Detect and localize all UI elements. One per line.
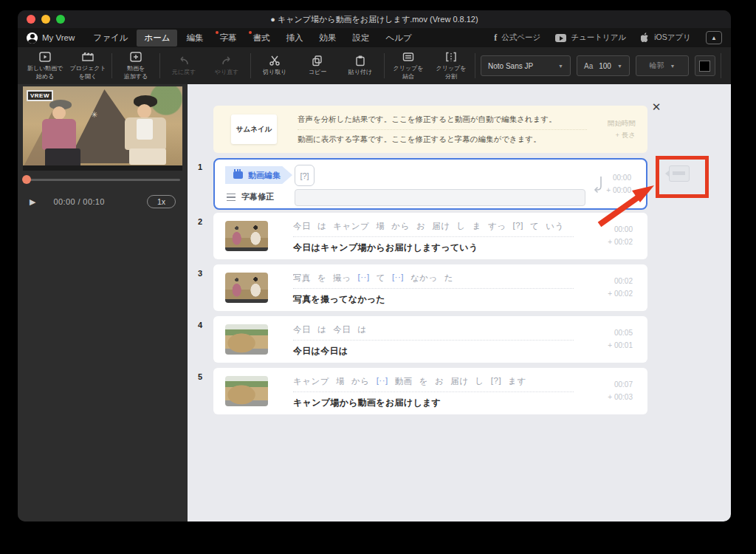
clip-thumbnail[interactable] <box>225 376 268 406</box>
word-token[interactable]: 場 <box>376 221 385 232</box>
menu-subtitle[interactable]: 字幕 <box>212 30 244 47</box>
ios-app-link[interactable]: iOSアプリ <box>641 33 691 43</box>
word-token[interactable]: し <box>475 376 484 387</box>
silence-token[interactable]: [··] <box>377 376 388 387</box>
clip-thumbnail[interactable] <box>225 324 268 355</box>
word-token[interactable]: は <box>357 324 366 335</box>
word-token[interactable]: 届け <box>432 221 450 232</box>
word-token[interactable]: て <box>530 221 539 232</box>
clip-thumbnail[interactable] <box>225 273 268 303</box>
word-token[interactable]: 今日 <box>333 324 351 335</box>
clip-number: 3 <box>198 269 202 278</box>
clip-times: 00:00 + 00:02 <box>608 223 633 248</box>
word-token[interactable]: ま <box>472 221 481 232</box>
word-token[interactable]: お <box>416 221 425 232</box>
word-token[interactable]: 動画 <box>395 376 413 387</box>
subtitle-text[interactable]: 今日は今日は <box>293 345 348 358</box>
font-family-select[interactable]: Noto Sans JP ▼ <box>481 55 571 76</box>
word-token[interactable]: 写真 <box>293 273 311 284</box>
seek-handle[interactable] <box>22 175 31 184</box>
menu-home[interactable]: ホーム <box>137 30 177 47</box>
redo-label: やり直す <box>215 69 239 77</box>
video-edit-tag[interactable]: 動画編集 <box>225 166 292 184</box>
play-button[interactable]: ▶ <box>30 197 35 207</box>
silence-token[interactable]: [··] <box>358 273 370 284</box>
video-preview[interactable]: ✳ VREW <box>23 86 182 171</box>
menu-help[interactable]: ヘルプ <box>378 30 419 47</box>
word-token[interactable]: た <box>444 273 453 284</box>
word-token[interactable]: キャンプ <box>293 376 329 387</box>
shorten-silence-button[interactable]: 無音区間を 短縮 <box>724 51 731 81</box>
silence-token[interactable]: [··] <box>392 273 404 284</box>
clip-row[interactable]: 今日は今日は 今日は今日は 00:05 + 00:01 <box>213 316 647 363</box>
clip-row[interactable]: 写真を撮っ[··]て[··]なかった 写真を撮ってなかった 00:02 + 00… <box>213 264 647 311</box>
word-token[interactable]: し <box>456 221 465 232</box>
word-token[interactable]: なかっ <box>410 273 438 284</box>
open-project-button[interactable]: プロジェクト を開く <box>66 51 109 81</box>
subtitle-fix-tag[interactable]: 字幕修正 <box>227 191 274 202</box>
minimize-window-button[interactable] <box>41 15 50 24</box>
word-token[interactable]: を <box>419 376 428 387</box>
color-picker-button[interactable] <box>695 55 715 76</box>
merge-clips-button[interactable]: クリップを 結合 <box>387 51 430 81</box>
cut-button[interactable]: 切り取り <box>253 55 296 77</box>
menu-file[interactable]: ファイル <box>86 30 135 47</box>
outline-select[interactable]: 輪郭 ▼ <box>636 55 689 76</box>
menu-format[interactable]: 書式 <box>245 30 277 47</box>
clip-row[interactable]: キャンプ場から[··]動画をお届けし[?]ます キャンプ場から動画をお届けします… <box>213 368 647 414</box>
menu-my-vrew[interactable]: My Vrew <box>27 33 75 44</box>
clip-thumbnail[interactable] <box>225 221 268 251</box>
clip-row-selected[interactable]: 動画編集 字幕修正 [?] 00:00 + 00:00 <box>213 158 647 210</box>
menu-edit[interactable]: 編集 <box>179 30 210 47</box>
tutorial-link[interactable]: チュートリアル <box>555 33 626 43</box>
seek-bar[interactable] <box>25 179 180 181</box>
word-token[interactable]: ます <box>508 376 526 387</box>
paste-button[interactable]: 貼り付け <box>339 55 382 77</box>
word-token[interactable]: から <box>391 221 410 232</box>
word-token[interactable]: いう <box>546 221 564 232</box>
start-time-label: 開始時間 <box>608 117 636 129</box>
word-token[interactable]: お <box>435 376 444 387</box>
close-legend-button[interactable]: ✕ <box>650 100 663 114</box>
word-token[interactable]: は <box>317 221 326 232</box>
copy-button[interactable]: コピー <box>296 55 339 77</box>
redo-button[interactable]: やり直す <box>205 55 248 77</box>
subtitle-text-input[interactable] <box>295 189 585 206</box>
font-size-select[interactable]: Aa 100 ▼ <box>577 55 630 76</box>
word-token[interactable]: 場 <box>336 376 345 387</box>
merge-clips-icon <box>402 51 415 63</box>
zoom-window-button[interactable] <box>56 15 65 24</box>
new-video-button[interactable]: 新しい動画で 始める <box>24 51 66 81</box>
font-size-icon: Aa <box>584 62 593 70</box>
youtube-icon <box>555 34 566 42</box>
official-page-link[interactable]: f 公式ページ <box>494 33 540 44</box>
word-token[interactable]: キャンプ <box>333 221 369 232</box>
word-token[interactable]: すっ <box>488 221 506 232</box>
unknown-word-token[interactable]: [?] <box>295 165 315 186</box>
menu-effect[interactable]: 効果 <box>312 30 343 47</box>
clip-number: 2 <box>198 217 202 226</box>
close-window-button[interactable] <box>27 15 35 24</box>
undo-button[interactable]: 元に戻す <box>162 55 205 77</box>
cut-icon <box>268 55 281 66</box>
word-token[interactable]: [?] <box>491 376 501 387</box>
word-token[interactable]: 撮っ <box>333 273 351 284</box>
word-token[interactable]: 今日 <box>293 221 311 232</box>
export-button[interactable]: ▲ <box>706 31 722 44</box>
split-clip-button[interactable]: クリップを 分割 <box>430 51 472 81</box>
subtitle-text[interactable]: 今日はキャンプ場からお届けしますっていう <box>293 242 478 254</box>
word-token[interactable]: は <box>317 324 326 335</box>
subtitle-text[interactable]: キャンプ場から動画をお届けします <box>293 397 441 409</box>
word-token[interactable]: 届け <box>450 376 468 387</box>
word-token[interactable]: [?] <box>513 221 523 232</box>
word-token[interactable]: て <box>377 273 385 284</box>
word-token[interactable]: 今日 <box>293 324 311 335</box>
add-video-button[interactable]: 動画を 追加する <box>114 51 157 81</box>
word-token[interactable]: から <box>351 376 370 387</box>
clip-row[interactable]: 今日はキャンプ場からお届けしますっ[?]ていう 今日はキャンプ場からお届けします… <box>213 213 647 259</box>
menu-insert[interactable]: 挿入 <box>278 30 310 47</box>
subtitle-text[interactable]: 写真を撮ってなかった <box>293 293 385 306</box>
playback-speed-button[interactable]: 1x <box>147 195 176 208</box>
menu-settings[interactable]: 設定 <box>345 30 377 47</box>
word-token[interactable]: を <box>317 273 326 284</box>
